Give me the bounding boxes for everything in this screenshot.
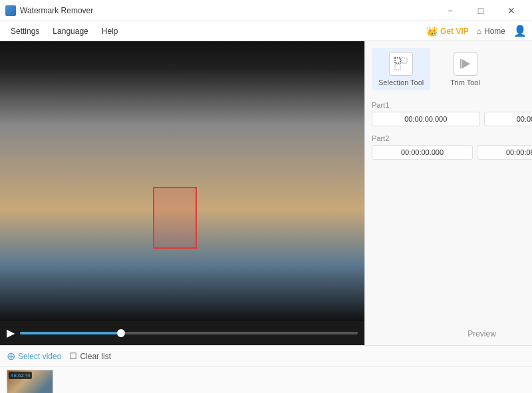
part1-row: Part1 — [372, 101, 532, 126]
home-label: Home — [484, 27, 505, 36]
window-title: Watermark Remover — [20, 6, 435, 15]
tools-row: Selection Tool Trim Tool — [372, 48, 532, 90]
menu-help[interactable]: Help — [96, 24, 124, 39]
part2-container: Part2 ⊗ — [372, 134, 532, 168]
progress-fill — [20, 332, 121, 334]
menu-language[interactable]: Language — [47, 24, 93, 39]
title-bar: Watermark Remover − □ ✕ — [0, 0, 532, 21]
clear-list-label: Clear list — [80, 352, 111, 361]
preview-label: Preview — [372, 323, 532, 338]
right-panel: Selection Tool Trim Tool Part1 — [364, 41, 532, 345]
parts-section: Part1 Part2 ⊗ — [372, 101, 532, 323]
get-vip-button[interactable]: 👑 Get VIP — [426, 26, 469, 37]
svg-rect-2 — [395, 65, 400, 70]
trim-tool-label: Trim Tool — [450, 78, 480, 86]
part1-label: Part1 — [372, 101, 532, 109]
checkbox-icon: ☐ — [69, 351, 77, 361]
maximize-button[interactable]: □ — [466, 0, 496, 21]
select-video-button[interactable]: ⊕ Select video — [7, 350, 61, 362]
clear-list-button[interactable]: ☐ Clear list — [69, 351, 111, 361]
add-icon: ⊕ — [7, 350, 15, 362]
home-icon: ⌂ — [477, 27, 481, 36]
user-account-button[interactable]: 👤 — [513, 25, 527, 37]
part2-row: Part2 — [372, 134, 532, 160]
part2-start-input[interactable] — [372, 145, 473, 160]
main-layout: ▶ Selection Tool — [0, 41, 532, 345]
video-frame — [0, 41, 364, 321]
svg-rect-1 — [402, 58, 407, 63]
trim-tool-icon — [454, 52, 477, 76]
thumb-progress: 48.62 % — [9, 372, 32, 379]
list-toolbar: ⊕ Select video ☐ Clear list — [0, 346, 532, 367]
video-area — [0, 41, 364, 321]
get-vip-label: Get VIP — [440, 27, 469, 36]
selection-tool-label: Selection Tool — [378, 78, 424, 86]
user-icon: 👤 — [513, 25, 527, 37]
list-items: 48.62 % AllPlayAn... — [0, 367, 532, 393]
home-button[interactable]: ⌂ Home — [477, 27, 505, 36]
window-controls: − □ ✕ — [435, 0, 527, 21]
svg-marker-3 — [462, 59, 470, 68]
progress-bar[interactable] — [20, 332, 358, 334]
part2-end-input[interactable] — [477, 145, 532, 160]
progress-thumb — [117, 329, 125, 337]
part2-label: Part2 — [372, 134, 532, 142]
menu-bar: Settings Language Help 👑 Get VIP ⌂ Home … — [0, 21, 532, 41]
menu-settings[interactable]: Settings — [5, 24, 45, 39]
minimize-button[interactable]: − — [435, 0, 466, 21]
menu-bar-right: 👑 Get VIP ⌂ Home 👤 — [426, 25, 527, 37]
select-video-label: Select video — [18, 352, 61, 361]
list-item[interactable]: 48.62 % AllPlayAn... — [7, 370, 53, 394]
close-button[interactable]: ✕ — [496, 0, 527, 21]
selection-tool-icon — [389, 52, 413, 76]
svg-rect-0 — [395, 58, 400, 63]
part1-start-input[interactable] — [372, 112, 480, 126]
crown-icon: 👑 — [426, 26, 438, 37]
video-content — [0, 41, 364, 321]
play-button[interactable]: ▶ — [7, 328, 15, 338]
part2-time-inputs — [372, 145, 532, 160]
app-icon — [5, 5, 16, 16]
list-area: ⊕ Select video ☐ Clear list 48.62 % AllP… — [0, 345, 532, 393]
trim-tool-button[interactable]: Trim Tool — [444, 48, 487, 90]
video-panel: ▶ — [0, 41, 364, 345]
video-controls: ▶ — [0, 321, 364, 345]
selection-tool-button[interactable]: Selection Tool — [372, 48, 430, 90]
part1-end-input[interactable] — [484, 112, 533, 126]
part1-time-inputs — [372, 112, 532, 126]
